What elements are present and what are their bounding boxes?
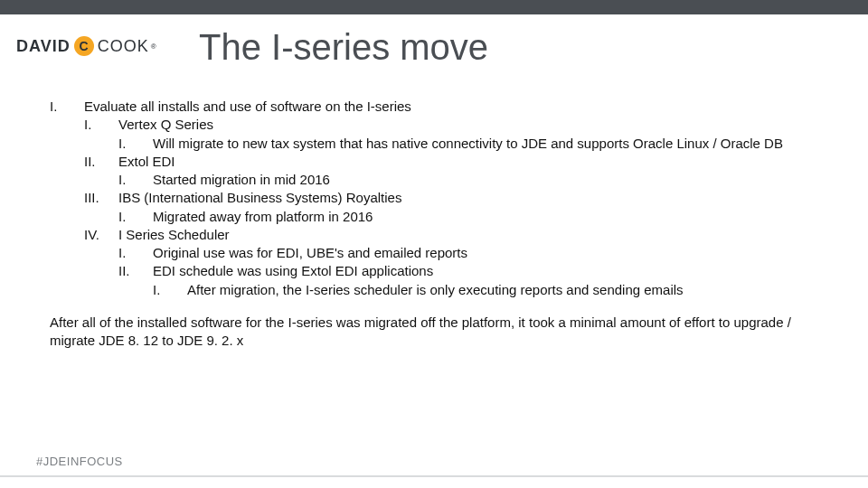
outline-number: II.: [118, 262, 153, 280]
outline-text: Extol EDI: [118, 153, 175, 171]
outline-number: II.: [84, 153, 118, 171]
outline-number: I.: [118, 135, 153, 153]
outline-number: I.: [84, 116, 118, 134]
outline-item: I. Will migrate to new tax system that h…: [50, 135, 814, 153]
bottom-divider: [0, 475, 868, 477]
outline-item: I. After migration, the I-series schedul…: [50, 281, 814, 299]
logo-text-left: DAVID: [16, 37, 71, 56]
outline-item: I. Evaluate all installs and use of soft…: [50, 98, 814, 116]
outline-text: Started migration in mid 2016: [153, 171, 330, 189]
outline-item: I. Original use was for EDI, UBE's and e…: [50, 244, 814, 262]
logo-badge-icon: C: [74, 36, 94, 56]
outline-text: Will migrate to new tax system that has …: [153, 135, 783, 153]
closing-paragraph: After all of the installed software for …: [50, 314, 791, 351]
logo-text-right: COOK: [98, 37, 149, 56]
outline-item: II. Extol EDI: [50, 153, 814, 171]
slide-body: I. Evaluate all installs and use of soft…: [50, 98, 814, 350]
outline-text: After migration, the I-series scheduler …: [187, 281, 684, 299]
outline-text: I Series Scheduler: [118, 226, 230, 244]
outline-item: IV. I Series Scheduler: [50, 226, 814, 244]
outline-text: IBS (International Business Systems) Roy…: [118, 189, 401, 207]
outline-number: I.: [153, 281, 187, 299]
outline-number: I.: [118, 171, 153, 189]
outline-item: I. Vertex Q Series: [50, 116, 814, 134]
outline-text: Vertex Q Series: [118, 116, 213, 134]
outline-item: II. EDI schedule was using Extol EDI app…: [50, 262, 814, 280]
slide-title: The I-series move: [199, 27, 488, 68]
footer-hashtag: #JDEINFOCUS: [36, 455, 123, 468]
outline-number: IV.: [84, 226, 118, 244]
outline-item: I. Started migration in mid 2016: [50, 171, 814, 189]
outline-text: Migrated away from platform in 2016: [153, 208, 373, 226]
top-bar: [0, 0, 868, 14]
brand-logo: DAVID C COOK ®: [16, 36, 156, 56]
outline-text: EDI schedule was using Extol EDI applica…: [153, 262, 433, 280]
outline-text: Original use was for EDI, UBE's and emai…: [153, 244, 467, 262]
outline-item: III. IBS (International Business Systems…: [50, 189, 814, 207]
outline-number: I.: [50, 98, 84, 116]
outline-number: I.: [118, 208, 153, 226]
trademark-icon: ®: [151, 42, 156, 51]
outline-item: I. Migrated away from platform in 2016: [50, 208, 814, 226]
outline-text: Evaluate all installs and use of softwar…: [84, 98, 411, 116]
outline-number: I.: [118, 244, 153, 262]
outline-number: III.: [84, 189, 118, 207]
